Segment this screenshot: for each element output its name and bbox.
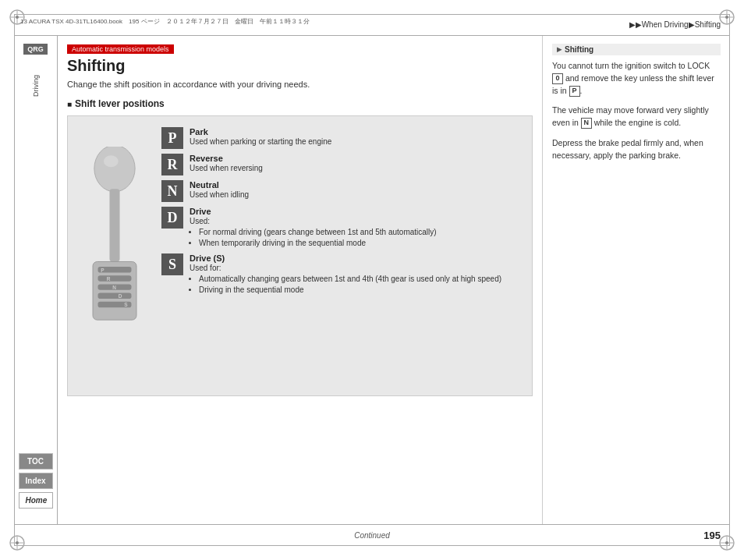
svg-text:N: N	[112, 285, 116, 290]
n-badge: N	[581, 118, 592, 129]
section-heading: Shift lever positions	[67, 98, 533, 109]
shift-item-park: P Park Used when parking or starting the…	[161, 127, 524, 149]
breadcrumb: ▶▶When Driving▶Shifting	[629, 20, 721, 29]
shift-letter-d: D	[161, 207, 183, 229]
shift-desc-drive: Drive Used: For normal driving (gears ch…	[190, 207, 524, 249]
shift-desc-drive-s: Drive (S) Used for: Automatically changi…	[190, 253, 524, 296]
svg-text:R: R	[107, 276, 111, 282]
right-note-3: Depress the brake pedal firmly and, when…	[552, 137, 721, 162]
header-bar: ▶▶When Driving▶Shifting	[14, 14, 730, 36]
right-note-2: The vehicle may move forward very slight…	[552, 105, 721, 129]
shift-item-neutral: N Neutral Used when idling	[161, 180, 524, 202]
shift-diagram: P R N D S P Park Used when parking or st…	[67, 115, 533, 396]
p-badge: P	[569, 86, 580, 97]
svg-text:D: D	[119, 293, 122, 299]
sidebar-nav: TOC Index Home	[19, 453, 53, 509]
shift-positions: P Park Used when parking or starting the…	[161, 124, 524, 388]
svg-rect-23	[98, 293, 132, 299]
shift-desc-neutral: Neutral Used when idling	[190, 180, 524, 200]
page-subtitle: Change the shift position in accordance …	[67, 80, 533, 89]
shift-letter-r: R	[161, 154, 183, 175]
shift-item-reverse: R Reverse Used when reversing	[161, 154, 524, 175]
left-column: Automatic transmission models Shifting C…	[58, 36, 543, 524]
continued-text: Continued	[354, 531, 390, 540]
svg-point-17	[104, 155, 119, 167]
qrg-badge: QRG	[23, 44, 48, 55]
svg-text:S: S	[124, 302, 128, 307]
shift-item-drive-s: S Drive (S) Used for: Automatically chan…	[161, 253, 524, 296]
shift-item-drive: D Drive Used: For normal driving (gears …	[161, 207, 524, 249]
index-button[interactable]: Index	[19, 473, 53, 489]
home-button[interactable]: Home	[19, 492, 53, 509]
shift-desc-park: Park Used when parking or starting the e…	[190, 127, 524, 147]
svg-rect-21	[98, 275, 132, 281]
lock-badge: 0	[552, 73, 563, 84]
gear-stick-svg: P R N D S	[80, 147, 150, 365]
page-number: 195	[703, 530, 721, 541]
auto-trans-badge: Automatic transmission models	[67, 44, 174, 54]
svg-point-16	[94, 147, 135, 192]
shift-letter-p: P	[161, 127, 183, 149]
left-sidebar: QRG Driving TOC Index Home	[14, 36, 58, 524]
main-content: Automatic transmission models Shifting C…	[58, 36, 730, 524]
svg-rect-18	[109, 189, 119, 261]
svg-text:P: P	[101, 268, 105, 273]
toc-button[interactable]: TOC	[19, 453, 53, 470]
page-title: Shifting	[67, 57, 533, 75]
shift-desc-reverse: Reverse Used when reversing	[190, 154, 524, 174]
shift-letter-n: N	[161, 180, 183, 202]
right-column: Shifting You cannot turn the ignition sw…	[543, 36, 730, 524]
right-note-1: You cannot turn the ignition switch to L…	[552, 60, 721, 97]
right-section-title: Shifting	[552, 44, 721, 55]
shift-letter-s: S	[161, 253, 183, 275]
gear-image-area: P R N D S	[76, 124, 154, 388]
driving-label: Driving	[32, 75, 40, 97]
